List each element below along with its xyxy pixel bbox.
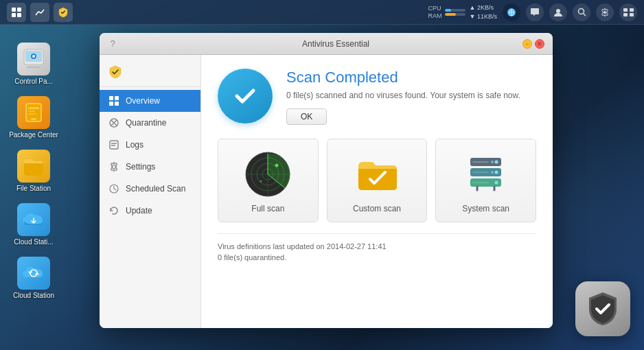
- connection-status-icon[interactable]: [503, 3, 520, 21]
- user-icon[interactable]: [549, 3, 567, 21]
- svg-point-7: [556, 9, 560, 13]
- svg-rect-25: [28, 113, 36, 115]
- overview-icon: [108, 95, 120, 107]
- svg-point-54: [491, 171, 494, 174]
- sidebar-item-update[interactable]: Update: [100, 200, 200, 222]
- system-scan-icon: [462, 150, 510, 198]
- window-controls-right: − ✕: [522, 39, 544, 49]
- control-panel-img: [17, 43, 50, 75]
- svg-point-10: [603, 11, 606, 14]
- scan-subtitle: 0 file(s) scanned and no viruses found. …: [286, 91, 536, 100]
- window-controls-placeholder: ?: [108, 39, 149, 49]
- svg-rect-34: [110, 141, 118, 149]
- scheduled-scan-icon: [108, 183, 120, 195]
- cloud-station-2-label: Cloud Station: [6, 292, 61, 299]
- scan-title: Scan Completed: [286, 69, 536, 86]
- quarantine-label: Quarantine: [126, 118, 166, 128]
- svg-rect-11: [623, 8, 628, 12]
- quarantined-line: 0 file(s) quarantined.: [218, 253, 536, 261]
- svg-rect-17: [28, 65, 39, 67]
- custom-scan-icon: [353, 150, 401, 198]
- network-speeds: ▲ 2KB/s ▼ 11KB/s: [470, 3, 497, 21]
- cpu-bar: [445, 9, 465, 12]
- scan-complete-icon: [218, 69, 273, 124]
- window-close-btn[interactable]: ✕: [535, 39, 544, 49]
- full-scan-icon: [244, 150, 292, 198]
- svg-point-37: [113, 165, 116, 169]
- svg-rect-30: [115, 102, 119, 106]
- file-station-label: File Station: [6, 185, 61, 192]
- scheduled-scan-label: Scheduled Scan: [126, 184, 185, 194]
- settings-label: Settings: [126, 162, 155, 172]
- cpu-ram-labels: CPU RAM: [428, 5, 442, 20]
- svg-point-8: [578, 9, 584, 14]
- sidebar-item-scheduled-scan[interactable]: Scheduled Scan: [100, 178, 200, 200]
- scan-result: Scan Completed 0 file(s) scanned and no …: [218, 69, 536, 125]
- control-panel-label: Control Pa...: [6, 78, 61, 85]
- download-speed: ▼ 11KB/s: [470, 12, 497, 21]
- svg-point-50: [495, 160, 498, 163]
- sidebar-item-overview[interactable]: Overview: [100, 90, 200, 112]
- security-dock-icon[interactable]: [575, 281, 630, 336]
- chat-icon[interactable]: [526, 3, 544, 21]
- svg-rect-27: [109, 96, 113, 100]
- desktop-icons-container: Control Pa... Package Center File Statio…: [0, 34, 69, 307]
- svg-point-20: [32, 55, 35, 58]
- sidebar-item-logs[interactable]: Logs: [100, 134, 200, 156]
- logs-icon: [108, 139, 120, 151]
- quarantine-icon: [108, 117, 120, 129]
- taskbar-settings-icon[interactable]: [596, 3, 614, 21]
- system-stats: CPU RAM ▲ 2KB/s ▼ 11KB/s: [428, 3, 497, 21]
- win-help-btn[interactable]: ?: [108, 39, 117, 49]
- taskbar-antivirus-icon[interactable]: [54, 3, 73, 22]
- usage-bars: [445, 9, 465, 16]
- desktop-icon-cloud-station-2[interactable]: Cloud Station: [3, 254, 65, 302]
- search-icon[interactable]: [573, 3, 590, 21]
- scan-cards: Full scan Custom scan: [218, 139, 536, 222]
- chart-icon[interactable]: [30, 3, 49, 22]
- taskbar-right: CPU RAM ▲ 2KB/s ▼ 11KB/s: [428, 3, 637, 21]
- app-window: ? Antivirus Essential − ✕: [100, 33, 553, 328]
- scan-result-text: Scan Completed 0 file(s) scanned and no …: [286, 69, 536, 125]
- desktop-icon-cloud-station-1[interactable]: Cloud Stati...: [3, 200, 65, 248]
- svg-rect-24: [28, 110, 35, 112]
- package-center-img: [17, 96, 50, 129]
- ram-label: RAM: [428, 12, 442, 20]
- desktop-icon-control-panel[interactable]: Control Pa...: [3, 40, 65, 88]
- window-minimize-btn[interactable]: −: [522, 39, 532, 49]
- update-label: Update: [126, 206, 152, 215]
- svg-rect-12: [630, 8, 634, 12]
- grid-view-icon[interactable]: [619, 3, 637, 21]
- ok-button[interactable]: OK: [286, 108, 327, 125]
- taskbar: CPU RAM ▲ 2KB/s ▼ 11KB/s: [0, 0, 644, 25]
- svg-rect-14: [630, 13, 634, 16]
- sidebar-item-settings[interactable]: Settings: [100, 156, 200, 178]
- system-scan-card[interactable]: System scan: [435, 139, 536, 222]
- sidebar-item-quarantine[interactable]: Quarantine: [100, 112, 200, 134]
- svg-rect-3: [17, 13, 21, 17]
- full-scan-card[interactable]: Full scan: [218, 139, 319, 222]
- custom-scan-card[interactable]: Custom scan: [327, 139, 428, 222]
- svg-point-51: [495, 170, 498, 174]
- sidebar-header: [100, 60, 200, 87]
- full-scan-label: Full scan: [251, 204, 284, 213]
- settings-icon: [108, 161, 120, 173]
- svg-rect-0: [12, 8, 16, 12]
- svg-rect-23: [28, 107, 39, 109]
- desktop-icon-file-station[interactable]: File Station: [3, 147, 65, 195]
- cpu-label: CPU: [428, 5, 442, 12]
- taskbar-left: [7, 3, 73, 22]
- overview-label: Overview: [126, 96, 160, 106]
- update-icon: [108, 205, 120, 217]
- window-titlebar: ? Antivirus Essential − ✕: [100, 33, 553, 55]
- virus-defs-line: Virus definitions last updated on 2014-0…: [218, 242, 536, 250]
- desktop-icon-package-center[interactable]: Package Center: [3, 93, 65, 141]
- custom-scan-label: Custom scan: [353, 204, 401, 213]
- package-center-label: Package Center: [6, 131, 61, 139]
- cloud-station-1-img: [17, 203, 50, 236]
- info-section: Virus definitions last updated on 2014-0…: [218, 233, 536, 261]
- window-body: Overview Quarantine: [100, 55, 553, 328]
- svg-rect-1: [17, 8, 21, 12]
- svg-rect-29: [109, 102, 113, 106]
- app-grid-icon[interactable]: [7, 3, 26, 22]
